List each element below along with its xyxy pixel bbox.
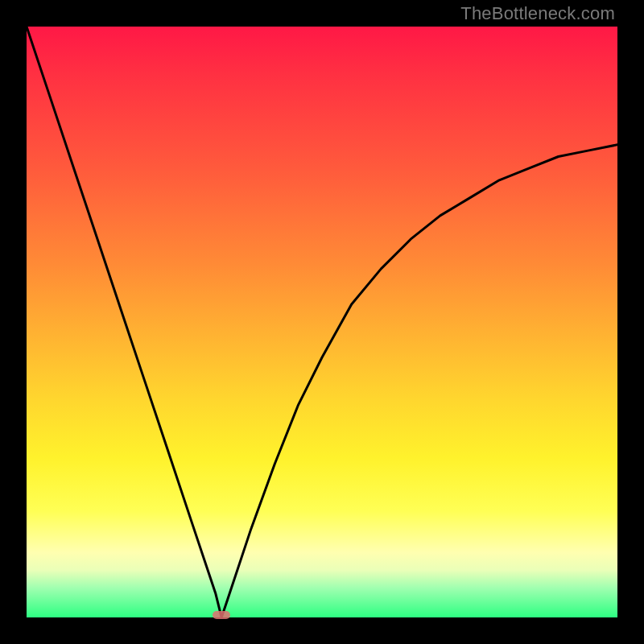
chart-frame: TheBottleneck.com	[0, 0, 644, 644]
watermark-text: TheBottleneck.com	[460, 3, 615, 24]
bottleneck-curve	[27, 27, 617, 617]
valley-marker	[213, 611, 230, 619]
plot-area	[27, 27, 617, 617]
curve-path	[27, 27, 617, 617]
